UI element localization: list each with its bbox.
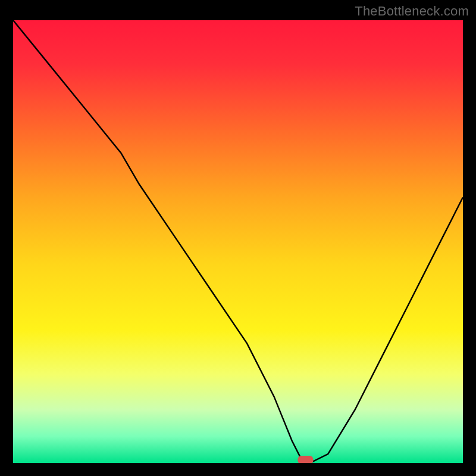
watermark-text: TheBottleneck.com: [355, 4, 469, 19]
chart-svg: [13, 20, 463, 463]
chart-frame: [13, 20, 463, 463]
gradient-background: [13, 20, 463, 463]
optimal-marker: [298, 456, 313, 463]
